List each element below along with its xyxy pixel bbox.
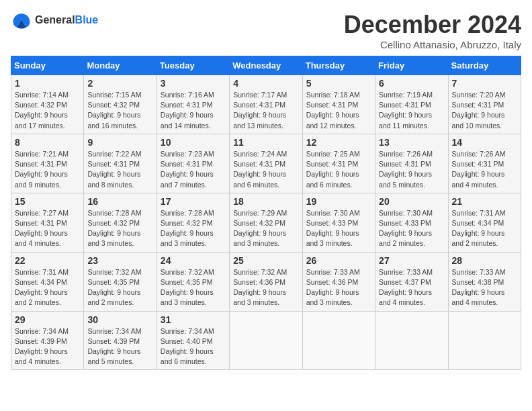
day-info: Sunrise: 7:16 AM Sunset: 4:31 PM Dayligh… (161, 90, 226, 131)
day-number: 16 (87, 196, 152, 207)
day-info: Sunrise: 7:33 AM Sunset: 4:38 PM Dayligh… (452, 267, 517, 308)
calendar-cell: 6Sunrise: 7:19 AM Sunset: 4:31 PM Daylig… (375, 75, 448, 134)
weekday-header-tuesday: Tuesday (157, 56, 229, 75)
day-info: Sunrise: 7:28 AM Sunset: 4:32 PM Dayligh… (161, 208, 226, 249)
calendar-cell: 19Sunrise: 7:30 AM Sunset: 4:33 PM Dayli… (302, 193, 375, 252)
day-info: Sunrise: 7:25 AM Sunset: 4:31 PM Dayligh… (306, 149, 371, 190)
day-info: Sunrise: 7:24 AM Sunset: 4:31 PM Dayligh… (233, 149, 298, 190)
day-info: Sunrise: 7:20 AM Sunset: 4:31 PM Dayligh… (452, 90, 517, 131)
day-info: Sunrise: 7:33 AM Sunset: 4:37 PM Dayligh… (379, 267, 444, 308)
day-number: 17 (161, 196, 226, 207)
day-number: 23 (87, 255, 152, 266)
weekday-header-sunday: Sunday (11, 56, 84, 75)
day-number: 26 (306, 255, 371, 266)
day-info: Sunrise: 7:31 AM Sunset: 4:34 PM Dayligh… (15, 267, 80, 308)
day-number: 25 (233, 255, 298, 266)
calendar-cell (302, 311, 375, 370)
calendar-cell: 7Sunrise: 7:20 AM Sunset: 4:31 PM Daylig… (448, 75, 521, 134)
day-number: 3 (161, 78, 226, 89)
day-number: 24 (161, 255, 226, 266)
page-header: GeneralBlue December 2024 Cellino Attana… (11, 11, 521, 50)
calendar-cell: 23Sunrise: 7:32 AM Sunset: 4:35 PM Dayli… (84, 252, 157, 311)
calendar-cell: 16Sunrise: 7:28 AM Sunset: 4:32 PM Dayli… (84, 193, 157, 252)
day-info: Sunrise: 7:17 AM Sunset: 4:31 PM Dayligh… (233, 90, 298, 131)
day-number: 14 (452, 137, 517, 148)
day-info: Sunrise: 7:32 AM Sunset: 4:36 PM Dayligh… (233, 267, 298, 308)
calendar-cell: 2Sunrise: 7:15 AM Sunset: 4:32 PM Daylig… (84, 75, 157, 134)
day-info: Sunrise: 7:15 AM Sunset: 4:32 PM Dayligh… (87, 90, 152, 131)
calendar-cell: 10Sunrise: 7:23 AM Sunset: 4:31 PM Dayli… (157, 134, 229, 193)
calendar-cell: 25Sunrise: 7:32 AM Sunset: 4:36 PM Dayli… (230, 252, 302, 311)
weekday-header-saturday: Saturday (448, 56, 521, 75)
logo-icon (11, 11, 32, 30)
day-number: 29 (15, 314, 80, 325)
calendar-cell: 9Sunrise: 7:22 AM Sunset: 4:31 PM Daylig… (84, 134, 157, 193)
day-number: 10 (161, 137, 226, 148)
day-info: Sunrise: 7:30 AM Sunset: 4:33 PM Dayligh… (379, 208, 444, 249)
day-info: Sunrise: 7:19 AM Sunset: 4:31 PM Dayligh… (379, 90, 444, 131)
day-info: Sunrise: 7:27 AM Sunset: 4:31 PM Dayligh… (15, 208, 80, 249)
calendar-cell (230, 311, 302, 370)
logo: GeneralBlue (11, 11, 98, 30)
day-number: 30 (87, 314, 152, 325)
day-info: Sunrise: 7:22 AM Sunset: 4:31 PM Dayligh… (87, 149, 152, 190)
day-number: 8 (15, 137, 80, 148)
day-info: Sunrise: 7:32 AM Sunset: 4:35 PM Dayligh… (87, 267, 152, 308)
day-number: 21 (452, 196, 517, 207)
weekday-header-thursday: Thursday (302, 56, 375, 75)
day-info: Sunrise: 7:26 AM Sunset: 4:31 PM Dayligh… (379, 149, 444, 190)
calendar-week-row: 22Sunrise: 7:31 AM Sunset: 4:34 PM Dayli… (11, 252, 521, 311)
day-info: Sunrise: 7:28 AM Sunset: 4:32 PM Dayligh… (87, 208, 152, 249)
day-number: 20 (379, 196, 444, 207)
calendar-cell: 26Sunrise: 7:33 AM Sunset: 4:36 PM Dayli… (302, 252, 375, 311)
day-info: Sunrise: 7:14 AM Sunset: 4:32 PM Dayligh… (15, 90, 80, 131)
title-area: December 2024 Cellino Attanasio, Abruzzo… (344, 11, 521, 50)
calendar-week-row: 29Sunrise: 7:34 AM Sunset: 4:39 PM Dayli… (11, 311, 521, 370)
calendar-cell: 4Sunrise: 7:17 AM Sunset: 4:31 PM Daylig… (230, 75, 302, 134)
day-number: 28 (452, 255, 517, 266)
calendar-cell (448, 311, 521, 370)
calendar-week-row: 1Sunrise: 7:14 AM Sunset: 4:32 PM Daylig… (11, 75, 521, 134)
weekday-header-monday: Monday (84, 56, 157, 75)
day-info: Sunrise: 7:31 AM Sunset: 4:34 PM Dayligh… (452, 208, 517, 249)
day-number: 18 (233, 196, 298, 207)
weekday-header-friday: Friday (375, 56, 448, 75)
day-info: Sunrise: 7:34 AM Sunset: 4:40 PM Dayligh… (161, 326, 226, 367)
day-number: 1 (15, 78, 80, 89)
calendar-cell: 31Sunrise: 7:34 AM Sunset: 4:40 PM Dayli… (157, 311, 229, 370)
location-subtitle: Cellino Attanasio, Abruzzo, Italy (344, 39, 521, 50)
day-number: 15 (15, 196, 80, 207)
calendar-cell: 18Sunrise: 7:29 AM Sunset: 4:32 PM Dayli… (230, 193, 302, 252)
day-number: 2 (87, 78, 152, 89)
calendar-table: SundayMondayTuesdayWednesdayThursdayFrid… (11, 56, 521, 370)
day-info: Sunrise: 7:33 AM Sunset: 4:36 PM Dayligh… (306, 267, 371, 308)
calendar-cell: 28Sunrise: 7:33 AM Sunset: 4:38 PM Dayli… (448, 252, 521, 311)
day-info: Sunrise: 7:34 AM Sunset: 4:39 PM Dayligh… (87, 326, 152, 367)
day-info: Sunrise: 7:21 AM Sunset: 4:31 PM Dayligh… (15, 149, 80, 190)
day-info: Sunrise: 7:32 AM Sunset: 4:35 PM Dayligh… (161, 267, 226, 308)
day-info: Sunrise: 7:30 AM Sunset: 4:33 PM Dayligh… (306, 208, 371, 249)
day-number: 19 (306, 196, 371, 207)
day-info: Sunrise: 7:23 AM Sunset: 4:31 PM Dayligh… (161, 149, 226, 190)
calendar-cell: 22Sunrise: 7:31 AM Sunset: 4:34 PM Dayli… (11, 252, 84, 311)
day-number: 13 (379, 137, 444, 148)
calendar-cell: 14Sunrise: 7:26 AM Sunset: 4:31 PM Dayli… (448, 134, 521, 193)
calendar-week-row: 15Sunrise: 7:27 AM Sunset: 4:31 PM Dayli… (11, 193, 521, 252)
calendar-cell: 17Sunrise: 7:28 AM Sunset: 4:32 PM Dayli… (157, 193, 229, 252)
calendar-cell: 13Sunrise: 7:26 AM Sunset: 4:31 PM Dayli… (375, 134, 448, 193)
calendar-cell: 8Sunrise: 7:21 AM Sunset: 4:31 PM Daylig… (11, 134, 84, 193)
day-number: 9 (87, 137, 152, 148)
calendar-cell: 29Sunrise: 7:34 AM Sunset: 4:39 PM Dayli… (11, 311, 84, 370)
day-info: Sunrise: 7:29 AM Sunset: 4:32 PM Dayligh… (233, 208, 298, 249)
day-number: 27 (379, 255, 444, 266)
day-info: Sunrise: 7:26 AM Sunset: 4:31 PM Dayligh… (452, 149, 517, 190)
calendar-cell (375, 311, 448, 370)
day-info: Sunrise: 7:18 AM Sunset: 4:31 PM Dayligh… (306, 90, 371, 131)
calendar-cell: 3Sunrise: 7:16 AM Sunset: 4:31 PM Daylig… (157, 75, 229, 134)
day-number: 12 (306, 137, 371, 148)
calendar-cell: 15Sunrise: 7:27 AM Sunset: 4:31 PM Dayli… (11, 193, 84, 252)
day-number: 22 (15, 255, 80, 266)
day-number: 5 (306, 78, 371, 89)
logo-text: GeneralBlue (35, 14, 98, 26)
day-number: 4 (233, 78, 298, 89)
